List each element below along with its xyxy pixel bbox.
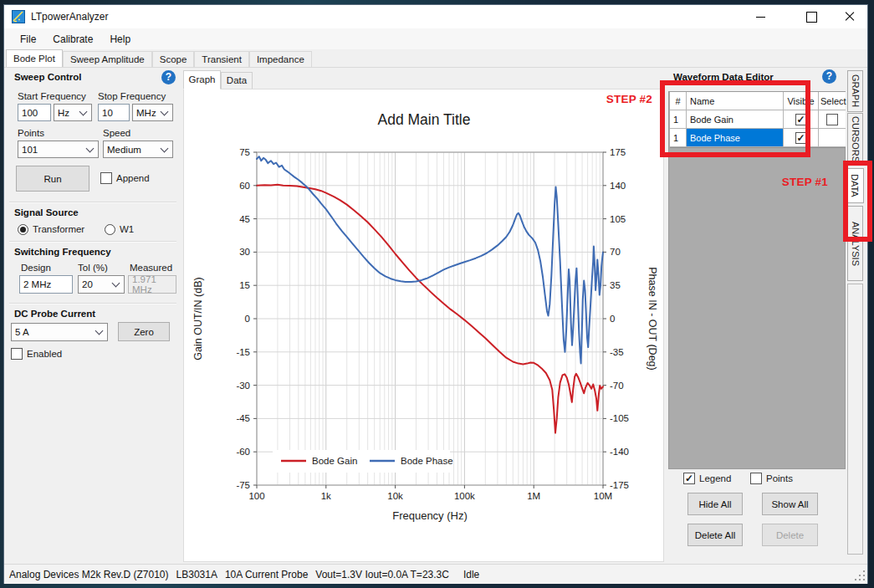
- chevron-down-icon: [86, 144, 95, 152]
- tab-graph[interactable]: Graph: [183, 70, 221, 89]
- points-checkbox[interactable]: [750, 473, 762, 484]
- transformer-radio[interactable]: [18, 224, 28, 235]
- help-icon[interactable]: [161, 70, 176, 84]
- section-divider: [9, 303, 176, 304]
- enabled-label: Enabled: [27, 349, 62, 359]
- svg-text:60: 60: [239, 181, 250, 191]
- run-button[interactable]: Run: [16, 166, 89, 192]
- svg-text:10M: 10M: [594, 491, 612, 501]
- svg-text:-70: -70: [610, 381, 624, 391]
- waveform-table: # Name Visible Select 1 Bode Gain 1 Bode…: [670, 92, 846, 148]
- bode-chart[interactable]: 75604530150-15-30-45-60-7517514010570350…: [184, 89, 663, 561]
- delete-button[interactable]: Delete: [762, 524, 818, 546]
- visible-checkbox[interactable]: [795, 132, 807, 144]
- w1-radio[interactable]: [105, 224, 115, 235]
- w1-label: W1: [120, 224, 134, 234]
- side-tab-strip: [847, 284, 863, 555]
- col-header-name: Name: [687, 92, 784, 110]
- dc-probe-current-select[interactable]: 5 A: [11, 323, 108, 341]
- help-icon[interactable]: [822, 69, 836, 84]
- row-visible-cell: [784, 110, 819, 129]
- close-icon[interactable]: [831, 5, 869, 28]
- tol-value: 20: [82, 279, 93, 289]
- delete-all-button[interactable]: Delete All: [687, 524, 743, 546]
- tol-select[interactable]: 20: [78, 275, 125, 294]
- start-frequency-label: Start Frequency: [18, 91, 86, 101]
- side-tab-graph[interactable]: GRAPH: [847, 70, 863, 112]
- step2-annotation-text: STEP #2: [585, 93, 652, 105]
- start-frequency-unit-value: Hz: [58, 108, 69, 118]
- svg-text:0: 0: [610, 314, 615, 324]
- menu-calibrate[interactable]: Calibrate: [44, 30, 101, 49]
- side-tab-cursors[interactable]: CURSORS: [847, 113, 863, 166]
- main-tab-bar: Bode Plot Sweep Amplitude Scope Transien…: [6, 49, 312, 67]
- window-title: LTpowerAnalyzer: [31, 11, 108, 23]
- speed-label: Speed: [103, 128, 130, 138]
- tab-sweep-amplitude[interactable]: Sweep Amplitude: [63, 51, 152, 67]
- status-device: Analog Devices M2k Rev.D (Z7010): [9, 569, 169, 580]
- svg-text:70: 70: [610, 247, 621, 257]
- tab-transient[interactable]: Transient: [194, 51, 249, 67]
- row-name[interactable]: Bode Gain: [687, 110, 784, 129]
- design-label: Design: [21, 263, 51, 273]
- row-num[interactable]: 1: [670, 129, 687, 147]
- points-label: Points: [18, 128, 44, 138]
- hide-all-button[interactable]: Hide All: [687, 493, 743, 515]
- signal-source-title: Signal Source: [14, 207, 79, 217]
- row-num[interactable]: 1: [670, 110, 687, 129]
- points-select[interactable]: 101: [18, 141, 99, 158]
- enabled-checkbox[interactable]: [11, 348, 23, 360]
- svg-text:1M: 1M: [527, 491, 540, 501]
- zero-button[interactable]: Zero: [118, 322, 170, 341]
- svg-text:105: 105: [610, 214, 626, 224]
- side-tab-analysis[interactable]: ANALYSIS: [847, 206, 863, 281]
- design-input[interactable]: 2 MHz: [19, 275, 73, 294]
- tab-impedance[interactable]: Impedance: [249, 51, 312, 67]
- append-checkbox[interactable]: [100, 172, 112, 184]
- chevron-down-icon: [161, 107, 169, 115]
- status-bar: Analog Devices M2k Rev.D (Z7010) LB3031A…: [4, 564, 867, 584]
- tab-scope[interactable]: Scope: [152, 51, 195, 67]
- svg-text:1k: 1k: [321, 491, 331, 501]
- legend-checkbox[interactable]: [683, 473, 695, 484]
- waveform-editor-title: Waveform Data Editor: [673, 72, 774, 82]
- dc-probe-title: DC Probe Current: [14, 309, 95, 319]
- status-readings: Vout=1.3V Iout=0.0A T=23.3C: [315, 569, 449, 580]
- svg-text:-140: -140: [610, 447, 629, 457]
- menu-file[interactable]: File: [12, 30, 44, 49]
- minimize-icon[interactable]: [741, 5, 779, 28]
- show-all-button[interactable]: Show All: [762, 493, 818, 515]
- start-frequency-unit-select[interactable]: Hz: [54, 104, 92, 121]
- title-bar[interactable]: LTpowerAnalyzer: [4, 5, 867, 28]
- status-state: Idle: [463, 569, 479, 580]
- stop-frequency-unit-value: MHz: [136, 108, 156, 118]
- tab-data[interactable]: Data: [221, 72, 253, 89]
- stop-frequency-label: Stop Frequency: [98, 91, 166, 101]
- chevron-down-icon: [79, 107, 88, 115]
- dc-probe-current-value: 5 A: [15, 327, 29, 337]
- measured-readout: 1.971 MHz: [128, 275, 176, 294]
- stop-frequency-unit-select[interactable]: MHz: [132, 104, 173, 121]
- speed-select[interactable]: Medium: [103, 141, 173, 158]
- transformer-label: Transformer: [33, 224, 84, 234]
- status-probe: 10A Current Probe: [225, 569, 308, 580]
- menu-bar: File Calibrate Help: [4, 28, 867, 49]
- resize-grip[interactable]: [855, 570, 865, 580]
- svg-text:Gain OUT/IN (dB): Gain OUT/IN (dB): [192, 277, 204, 360]
- chevron-down-icon: [95, 327, 104, 335]
- status-board: LB3031A: [176, 569, 217, 580]
- svg-text:-60: -60: [236, 447, 250, 457]
- maximize-icon[interactable]: [792, 5, 831, 28]
- menu-help[interactable]: Help: [101, 30, 139, 49]
- select-checkbox[interactable]: [826, 114, 838, 125]
- section-divider: [9, 241, 176, 242]
- stop-frequency-input[interactable]: 10: [98, 104, 130, 121]
- tab-bode-plot[interactable]: Bode Plot: [6, 49, 63, 67]
- svg-text:-45: -45: [236, 413, 250, 423]
- start-frequency-input[interactable]: 100: [18, 104, 51, 121]
- visible-checkbox[interactable]: [795, 114, 807, 125]
- side-tab-data[interactable]: DATA: [845, 168, 864, 203]
- svg-text:Bode Gain: Bode Gain: [312, 456, 357, 466]
- row-name[interactable]: Bode Phase: [687, 129, 784, 147]
- svg-text:-175: -175: [610, 480, 629, 490]
